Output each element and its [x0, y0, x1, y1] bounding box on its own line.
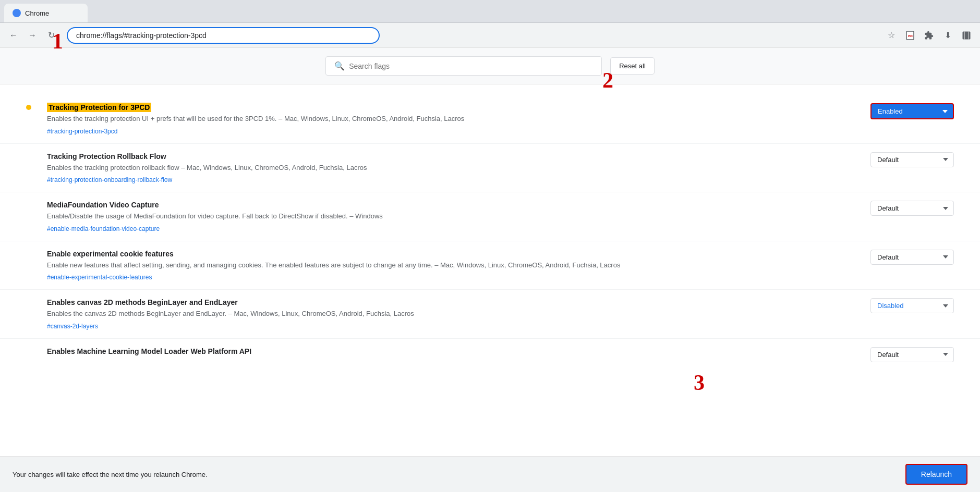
flag-title: Tracking Protection for 3PCD	[47, 103, 860, 112]
forward-button[interactable]: →	[25, 28, 40, 43]
flag-content: MediaFoundation Video CaptureEnable/Disa…	[47, 201, 860, 232]
flag-control: DefaultEnabledDisabled	[870, 201, 954, 216]
flag-control: DefaultEnabledDisabled	[870, 250, 954, 265]
flag-dot-area	[26, 152, 37, 159]
pdf-icon[interactable]: PDF	[903, 28, 917, 43]
flag-dot	[26, 105, 31, 110]
nav-right-icons: ☆ PDF ⬇	[884, 28, 974, 43]
reset-all-button[interactable]: Reset all	[610, 57, 655, 75]
flag-title: Enable experimental cookie features	[47, 250, 860, 258]
flag-dot	[26, 202, 31, 207]
flag-content: Enables Machine Learning Model Loader We…	[47, 347, 860, 359]
tab-favicon	[13, 9, 21, 17]
page-content: 🔍 Reset all Tracking Protection for 3PCD…	[0, 48, 980, 492]
flag-select-canvas-2d-layers[interactable]: DefaultEnabledDisabled	[870, 298, 954, 313]
browser-titlebar: Chrome	[0, 0, 980, 23]
annotation-2: 2	[602, 68, 613, 93]
search-icon: 🔍	[334, 61, 345, 71]
navigation-bar: ← → ↻ ☆ PDF ⬇	[0, 23, 980, 48]
flag-dot-area	[26, 347, 37, 354]
browser-tab[interactable]: Chrome	[4, 4, 88, 22]
search-input[interactable]	[349, 62, 593, 70]
bottom-message: Your changes will take effect the next t…	[13, 471, 208, 478]
flag-content: Tracking Protection Rollback FlowEnables…	[47, 152, 860, 184]
flag-select-media-foundation-video-capture[interactable]: DefaultEnabledDisabled	[870, 201, 954, 216]
tab-label: Chrome	[25, 9, 49, 17]
flag-dot	[26, 251, 31, 256]
flag-item: MediaFoundation Video CaptureEnable/Disa…	[0, 192, 980, 241]
flag-description: Enables the canvas 2D methods BeginLayer…	[47, 309, 860, 319]
flag-title: Tracking Protection Rollback Flow	[47, 152, 860, 161]
flag-description: Enables the tracking protection rollback…	[47, 163, 860, 173]
flag-description: Enable new features that affect setting,…	[47, 260, 860, 270]
flag-title: Enables canvas 2D methods BeginLayer and…	[47, 298, 860, 306]
flag-dot-area	[26, 201, 37, 207]
flag-item: Enables Machine Learning Model Loader We…	[0, 339, 980, 371]
flag-dot-area	[26, 103, 37, 110]
flag-item: Enable experimental cookie featuresEnabl…	[0, 241, 980, 290]
flag-dot-area	[26, 250, 37, 256]
flag-link[interactable]: #canvas-2d-layers	[47, 323, 98, 330]
flag-dot-area	[26, 298, 37, 305]
flag-content: Enable experimental cookie featuresEnabl…	[47, 250, 860, 281]
flag-dot	[26, 349, 31, 354]
flag-title-highlighted: Tracking Protection for 3PCD	[47, 103, 151, 112]
flag-dot	[26, 300, 31, 305]
flag-title: Enables Machine Learning Model Loader We…	[47, 347, 860, 355]
annotation-1: 1	[52, 29, 63, 54]
flag-content: Enables canvas 2D methods BeginLayer and…	[47, 298, 860, 330]
bookmark-icon[interactable]: ☆	[884, 28, 899, 43]
flag-select-tracking-protection-3pcd[interactable]: DefaultEnabledDisabled	[870, 103, 954, 119]
annotation-3: 3	[694, 370, 705, 395]
flag-link[interactable]: #tracking-protection-onboarding-rollback…	[47, 176, 172, 183]
flag-link[interactable]: #enable-media-foundation-video-capture	[47, 225, 160, 232]
flag-control: DefaultEnabledDisabled	[870, 347, 954, 362]
address-bar[interactable]	[67, 27, 380, 44]
flag-dot	[26, 154, 31, 159]
bottom-bar: Your changes will take effect the next t…	[0, 456, 980, 492]
svg-rect-2	[963, 31, 971, 39]
flag-select-tracking-protection-rollback[interactable]: DefaultEnabledDisabled	[870, 152, 954, 167]
flag-item: Enables canvas 2D methods BeginLayer and…	[0, 290, 980, 339]
flag-item: Tracking Protection for 3PCDEnables the …	[0, 95, 980, 144]
flags-list: Tracking Protection for 3PCDEnables the …	[0, 84, 980, 456]
flag-item: Tracking Protection Rollback FlowEnables…	[0, 144, 980, 193]
flag-description: Enable/Disable the usage of MediaFoundat…	[47, 211, 860, 222]
flag-select-machine-learning-model-loader[interactable]: DefaultEnabledDisabled	[870, 347, 954, 362]
flag-link[interactable]: #tracking-protection-3pcd	[47, 128, 117, 135]
back-button[interactable]: ←	[6, 28, 21, 43]
tab-area: Chrome	[4, 0, 88, 22]
download-icon[interactable]: ⬇	[940, 28, 955, 43]
svg-text:PDF: PDF	[908, 34, 913, 38]
profile-icon[interactable]	[959, 28, 974, 43]
flag-title: MediaFoundation Video Capture	[47, 201, 860, 209]
flag-control: DefaultEnabledDisabled	[870, 152, 954, 167]
relaunch-button[interactable]: Relaunch	[905, 464, 967, 485]
extensions-icon[interactable]	[922, 28, 936, 43]
flag-link[interactable]: #enable-experimental-cookie-features	[47, 274, 152, 281]
flag-control: DefaultEnabledDisabled	[870, 103, 954, 119]
flags-header: 🔍 Reset all	[0, 48, 980, 84]
search-box-container: 🔍	[325, 56, 602, 76]
address-bar-wrapper	[67, 27, 380, 44]
flag-control: DefaultEnabledDisabled	[870, 298, 954, 313]
flag-content: Tracking Protection for 3PCDEnables the …	[47, 103, 860, 135]
flag-description: Enables the tracking protection UI + pre…	[47, 114, 860, 124]
flag-select-experimental-cookie-features[interactable]: DefaultEnabledDisabled	[870, 250, 954, 265]
